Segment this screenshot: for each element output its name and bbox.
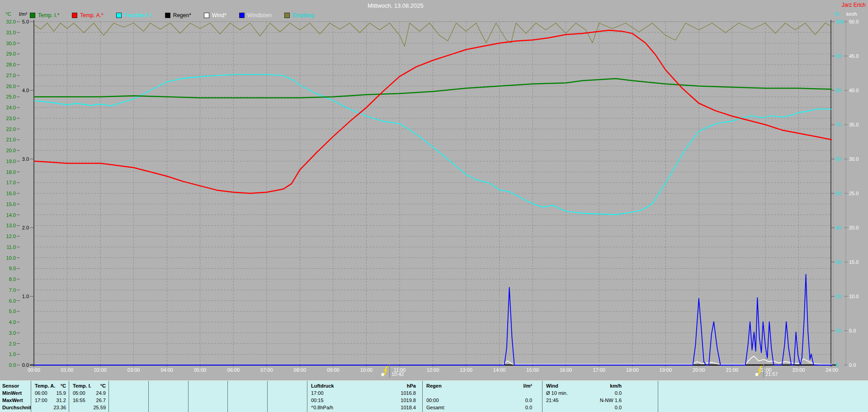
wind-axis-tick-label: 50.0	[849, 19, 859, 24]
humidity-axis-tick-label: 60	[835, 156, 841, 162]
stats-cell: 15.9	[57, 389, 66, 397]
temp-axis-tick-label: 32.0	[6, 19, 16, 24]
stats-cell: Wind	[546, 382, 558, 389]
gridlines	[34, 22, 832, 365]
humidity-axis-tick-label: 20	[835, 294, 841, 299]
wind-axis-tick-label: 20.0	[849, 225, 859, 230]
humidity-axis-tick-label: 90	[835, 53, 841, 59]
time-axis-tick-label: 18:00	[626, 367, 639, 373]
time-axis-tick-label: 00:00	[28, 367, 40, 373]
time-axis-tick-label: 06:00	[227, 367, 240, 373]
stats-row-label: MaxWert	[2, 397, 23, 404]
temp-axis-tick-label: 31.0	[6, 30, 16, 35]
time-axis-tick-label: 02:00	[94, 367, 107, 373]
temp-axis-tick-label: 7.0	[9, 287, 16, 293]
y-axis-rain-ticks: 0.01.02.03.04.05.0	[22, 19, 33, 368]
temp-axis-tick-label: 1.0	[9, 351, 16, 357]
stats-cell: 23.36	[53, 404, 66, 411]
time-axis-tick-label: 16:00	[560, 367, 572, 373]
x-axis-ticks: 00:0001:0002:0003:0004:0005:0006:0007:00…	[28, 365, 838, 373]
temp-axis-tick-label: 3.0	[9, 330, 16, 336]
temp-axis-tick-label: 8.0	[9, 276, 16, 282]
humidity-axis-tick-label: 100	[835, 19, 844, 24]
stats-cell: 24.9	[96, 389, 106, 397]
temp-axis-tick-label: 20.0	[6, 148, 16, 153]
stats-column-temp-a: Temp. A.°C06:0015.917:0031.223.36	[31, 381, 69, 412]
stats-column-empty	[189, 381, 228, 412]
weather-app-window: Mittwoch, 13.08.2025 Jarz Erich °C l/m² …	[0, 0, 868, 412]
time-axis-tick-label: 12:00	[427, 367, 439, 373]
stats-cell: 21:45	[546, 397, 559, 404]
time-axis-tick-label: 24:00	[826, 367, 838, 373]
rain-axis-tick-label: 1.0	[22, 294, 29, 299]
humidity-axis-tick-label: 10	[835, 328, 841, 333]
rain-axis-tick-label: 2.0	[22, 225, 29, 230]
time-axis-tick-label: 20:00	[693, 367, 705, 373]
stats-cell: Temp. A.	[35, 382, 55, 389]
temp-axis-tick-label: 19.0	[6, 159, 16, 164]
stats-cell: Luftdruck	[311, 382, 334, 389]
stats-cell: 00:15	[311, 397, 324, 404]
temp-axis-tick-label: 2.0	[9, 341, 16, 346]
wind-axis-tick-label: 0.0	[849, 362, 856, 368]
temp-axis-tick-label: 12.0	[6, 234, 16, 239]
stats-cell: km/h	[610, 382, 622, 389]
weather-chart-svg: 0.01.02.03.04.05.06.07.08.09.010.011.012…	[0, 0, 868, 380]
marker-time-label: 21:57	[765, 371, 778, 377]
stats-cell: 0.0	[615, 404, 622, 411]
stats-row-label: Sensor	[2, 382, 19, 389]
stats-cell: ^0.8hPa/h	[311, 404, 333, 411]
wind-axis-tick-label: 35.0	[849, 122, 859, 127]
rain-axis-tick-label: 5.0	[22, 19, 29, 24]
time-axis-tick-label: 23:00	[793, 367, 805, 373]
stats-cell: 31.2	[57, 397, 66, 404]
stats-column-empty	[658, 381, 868, 412]
time-axis-tick-label: 03:00	[127, 367, 140, 373]
wind-axis-tick-label: 10.0	[849, 294, 859, 299]
time-axis-tick-label: 01:00	[61, 367, 74, 373]
temp-axis-tick-label: 10.0	[6, 255, 16, 261]
temp-axis-tick-label: 11.0	[6, 244, 16, 250]
temp-axis-tick-label: 30.0	[6, 41, 16, 46]
stats-cell: hPa	[407, 382, 416, 389]
humidity-axis-tick-label: 70	[835, 122, 841, 127]
time-axis-tick-label: 09:00	[327, 367, 340, 373]
stats-cell: Temp. I.	[73, 382, 91, 389]
humidity-axis-tick-label: 80	[835, 88, 841, 93]
y-axis-wind-ticks: 0.05.010.015.020.025.030.035.040.045.050…	[844, 19, 859, 368]
stats-column-empty	[228, 381, 268, 412]
time-axis-tick-label: 13:00	[460, 367, 472, 373]
stats-cell: 17:00	[311, 389, 324, 397]
stats-cell: °C	[61, 382, 66, 389]
y-axis-percent-ticks: 0102030405060708090100	[831, 19, 844, 368]
temp-axis-tick-label: 28.0	[6, 62, 16, 67]
temp-axis-tick-label: 4.0	[9, 319, 16, 325]
temp-axis-tick-label: 16.0	[6, 191, 16, 196]
time-axis-tick-label: 08:00	[294, 367, 307, 373]
temp-axis-tick-label: 23.0	[6, 116, 16, 121]
wind-axis-tick-label: 25.0	[849, 191, 859, 196]
humidity-axis-tick-label: 40	[835, 225, 841, 230]
temp-axis-tick-label: 25.0	[6, 94, 16, 99]
temp-axis-tick-label: 15.0	[6, 201, 16, 207]
stats-cell: 1019.8	[401, 397, 416, 404]
stats-cell: 00:00	[426, 397, 439, 404]
wind-axis-tick-label: 40.0	[849, 88, 859, 93]
stats-column-empty	[109, 381, 149, 412]
stats-column-labels: SensorMinWertMaxWertDurchschnitt	[0, 381, 31, 412]
stats-cell: 1018.4	[401, 404, 416, 411]
stats-cell: 06:00	[35, 389, 47, 397]
temp-axis-tick-label: 6.0	[9, 298, 16, 304]
time-axis-tick-label: 07:00	[260, 367, 273, 373]
stats-cell: 0.0	[615, 389, 622, 397]
wind-axis-tick-label: 30.0	[849, 156, 859, 162]
stats-cell: 1016.8	[401, 389, 416, 397]
wind-axis-tick-label: 5.0	[849, 328, 856, 333]
stats-column-empty	[149, 381, 189, 412]
stats-column-regen: Regenl/m²00:000.0Gesamt:0.0	[423, 381, 542, 412]
stats-cell: Gesamt:	[426, 404, 445, 411]
stats-cell: 17:00	[35, 397, 47, 404]
stats-cell: l/m²	[523, 382, 532, 389]
stats-row-label: MinWert	[2, 389, 22, 397]
stats-cell: 25.59	[93, 404, 106, 411]
